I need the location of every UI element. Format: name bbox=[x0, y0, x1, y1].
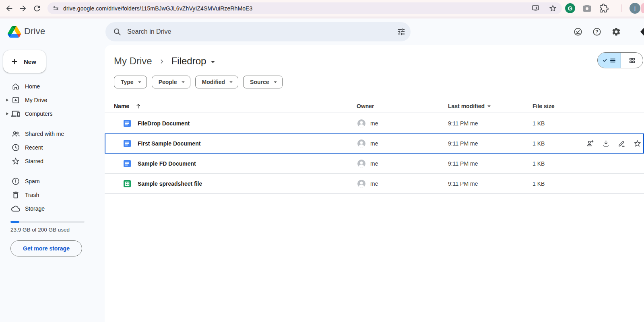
file-size: 1 KB bbox=[533, 160, 545, 167]
get-more-storage-button[interactable]: Get more storage bbox=[10, 240, 82, 256]
bookmark-star-icon[interactable] bbox=[549, 4, 557, 12]
reload-icon[interactable] bbox=[33, 4, 41, 13]
filter-chip-type[interactable]: Type bbox=[114, 76, 147, 88]
side-panel-edge bbox=[641, 3, 644, 13]
grammarly-extension-icon[interactable]: G bbox=[565, 3, 575, 13]
trash-icon bbox=[11, 191, 20, 199]
extensions-icon[interactable] bbox=[599, 4, 609, 13]
sidebar-item-trash[interactable]: Trash bbox=[0, 188, 105, 202]
drive-logo-icon[interactable] bbox=[8, 26, 21, 38]
camera-extension-icon[interactable] bbox=[582, 4, 592, 13]
site-info-icon[interactable] bbox=[52, 4, 60, 12]
cut-off-panel-icon bbox=[640, 28, 644, 36]
filter-chip-modified[interactable]: Modified bbox=[195, 76, 239, 88]
computers-icon bbox=[11, 109, 20, 118]
address-bar[interactable]: drive.google.com/drive/folders/115mBJwGJ… bbox=[47, 2, 562, 14]
sidebar: New Home My Drive bbox=[0, 45, 105, 322]
forward-icon[interactable] bbox=[19, 4, 27, 13]
sidebar-item-starred[interactable]: Starred bbox=[0, 154, 105, 168]
current-folder-name: Filedrop bbox=[171, 55, 206, 67]
sidebar-item-label: Shared with me bbox=[25, 131, 64, 137]
column-header-owner[interactable]: Owner bbox=[357, 103, 374, 109]
dropdown-caret-icon bbox=[272, 78, 279, 86]
storage-progress-fill bbox=[10, 221, 19, 223]
column-label: Owner bbox=[357, 103, 374, 109]
owner-avatar bbox=[357, 139, 366, 148]
sidebar-item-label: Storage bbox=[25, 205, 45, 212]
file-list-panel: My Drive Filedrop bbox=[105, 45, 644, 322]
file-last-modified: 9:11 PM me bbox=[448, 180, 478, 187]
file-row[interactable]: FileDrop Document me 9:11 PM me 1 KB bbox=[105, 113, 644, 133]
sort-ascending-icon[interactable] bbox=[135, 103, 142, 109]
home-icon bbox=[11, 82, 20, 91]
grid-view-button[interactable] bbox=[621, 53, 643, 68]
list-view-icon bbox=[609, 57, 616, 64]
sidebar-item-storage[interactable]: Storage bbox=[0, 202, 105, 215]
help-icon[interactable]: ? bbox=[592, 27, 602, 37]
svg-text:?: ? bbox=[595, 29, 598, 35]
share-icon[interactable] bbox=[586, 139, 594, 148]
sidebar-item-label: Recent bbox=[25, 144, 43, 151]
file-name: Sample spreadsheet file bbox=[138, 180, 202, 187]
owner-avatar bbox=[357, 179, 366, 189]
search-options-icon[interactable] bbox=[397, 27, 406, 36]
expand-arrow-icon[interactable] bbox=[6, 112, 9, 115]
sidebar-item-recent[interactable]: Recent bbox=[0, 141, 105, 154]
column-header-last-modified[interactable]: Last modified bbox=[448, 103, 493, 110]
recent-clock-icon bbox=[11, 143, 20, 152]
star-icon bbox=[11, 157, 20, 166]
dropdown-caret-icon[interactable] bbox=[485, 103, 493, 110]
file-name: Sample FD Document bbox=[138, 160, 196, 167]
file-size: 1 KB bbox=[533, 140, 545, 147]
star-toggle-icon[interactable] bbox=[633, 139, 642, 148]
download-icon[interactable] bbox=[602, 139, 610, 148]
rename-pencil-icon[interactable] bbox=[617, 139, 626, 148]
file-last-modified: 9:11 PM me bbox=[448, 160, 478, 167]
new-button[interactable]: New bbox=[3, 50, 46, 73]
owner-avatar bbox=[357, 119, 366, 128]
sidebar-item-label: Trash bbox=[25, 192, 39, 198]
install-app-icon[interactable] bbox=[531, 4, 540, 12]
expand-arrow-icon[interactable] bbox=[6, 98, 9, 102]
settings-gear-icon[interactable] bbox=[611, 27, 621, 37]
search-input[interactable] bbox=[127, 28, 397, 35]
file-row[interactable]: Sample spreadsheet file me 9:11 PM me 1 … bbox=[105, 174, 644, 194]
check-icon bbox=[602, 57, 608, 64]
column-header-file-size[interactable]: File size bbox=[533, 103, 554, 109]
column-header-name[interactable]: Name bbox=[114, 103, 142, 109]
filter-chip-source[interactable]: Source bbox=[243, 76, 282, 88]
browser-profile-avatar[interactable]: j bbox=[630, 3, 640, 14]
url-text[interactable]: drive.google.com/drive/folders/115mBJwGJ… bbox=[63, 5, 252, 12]
filter-chip-people[interactable]: People bbox=[152, 76, 190, 88]
sidebar-item-label: My Drive bbox=[25, 97, 47, 103]
chip-label: Type bbox=[121, 79, 134, 85]
file-row[interactable]: Sample FD Document me 9:11 PM me 1 KB bbox=[105, 154, 644, 174]
table-header: Name Owner Last modified File size bbox=[105, 99, 644, 113]
sidebar-item-label: Computers bbox=[25, 111, 52, 117]
owner-avatar bbox=[357, 159, 366, 168]
sidebar-item-computers[interactable]: Computers bbox=[0, 107, 105, 121]
folder-menu-caret-icon[interactable] bbox=[208, 57, 217, 66]
search-bar[interactable] bbox=[105, 22, 411, 41]
sidebar-item-label: Starred bbox=[25, 158, 43, 164]
sidebar-item-spam[interactable]: Spam bbox=[0, 174, 105, 188]
offline-status-icon[interactable] bbox=[573, 27, 583, 37]
breadcrumb-my-drive[interactable]: My Drive bbox=[114, 55, 152, 67]
storage-cloud-icon bbox=[11, 204, 20, 213]
file-row-selected[interactable]: First Sample Document me 9:11 PM me 1 KB bbox=[105, 133, 644, 154]
sidebar-item-shared-with-me[interactable]: Shared with me bbox=[0, 127, 105, 141]
sidebar-item-home[interactable]: Home bbox=[0, 80, 105, 93]
browser-toolbar: drive.google.com/drive/folders/115mBJwGJ… bbox=[0, 0, 644, 16]
file-name: FileDrop Document bbox=[138, 120, 190, 127]
storage-progress-bar bbox=[10, 221, 85, 223]
breadcrumb-current-folder[interactable]: Filedrop bbox=[171, 55, 218, 67]
dropdown-caret-icon bbox=[136, 78, 143, 86]
list-view-button[interactable] bbox=[598, 53, 621, 68]
my-drive-icon bbox=[11, 96, 20, 105]
file-rows: FileDrop Document me 9:11 PM me 1 KB bbox=[105, 113, 644, 194]
spam-icon bbox=[11, 177, 20, 186]
sidebar-item-my-drive[interactable]: My Drive bbox=[0, 93, 105, 107]
back-icon[interactable] bbox=[5, 4, 14, 13]
google-sheet-icon bbox=[123, 180, 131, 188]
sidebar-item-label: Home bbox=[25, 83, 40, 90]
